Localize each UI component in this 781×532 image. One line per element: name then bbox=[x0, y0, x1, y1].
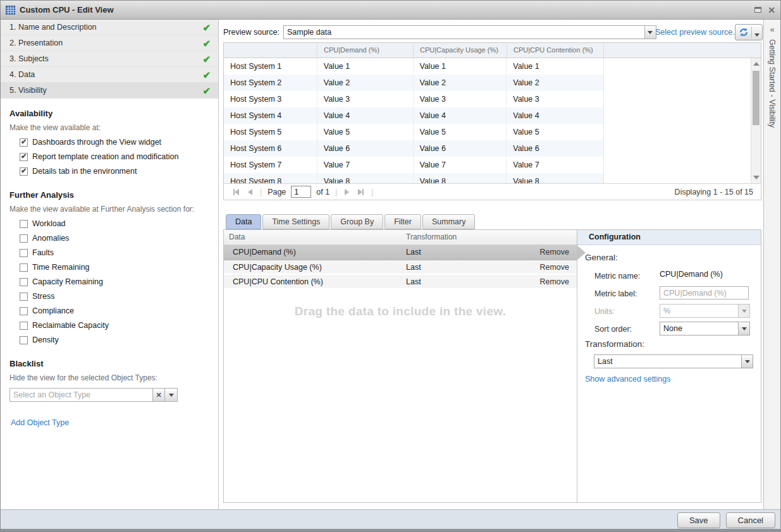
tab[interactable]: Filter bbox=[384, 214, 421, 229]
availability-option[interactable]: Details tab in the environment bbox=[20, 167, 209, 176]
data-column-header[interactable]: Data bbox=[229, 230, 245, 245]
cell-value: Value 7 bbox=[414, 157, 507, 173]
object-type-dropdown-button[interactable] bbox=[165, 388, 178, 402]
checkbox-label: Capacity Remaining bbox=[32, 277, 103, 286]
transformation-dropdown-button[interactable] bbox=[741, 355, 753, 368]
preview-source-combo bbox=[283, 25, 656, 39]
checkbox-label: Report template creation and modificatio… bbox=[32, 152, 178, 161]
cell-value: Value 6 bbox=[317, 140, 414, 157]
save-button[interactable]: Save bbox=[677, 512, 720, 528]
restore-icon[interactable] bbox=[754, 7, 761, 13]
table-row[interactable]: Host System 1 Value 1 Value 1 Value 1 bbox=[224, 58, 604, 75]
step-complete-check-icon: ✔ bbox=[202, 83, 211, 99]
wizard-step[interactable]: 3. Subjects ✔ bbox=[1, 51, 218, 67]
table-row[interactable]: Host System 8 Value 8 Value 8 Value 8 bbox=[224, 173, 604, 183]
data-row[interactable]: CPU|Demand (%) Last Remove bbox=[224, 245, 577, 260]
remove-link[interactable]: Remove bbox=[539, 275, 569, 289]
title-bar: Custom CPU - Edit View ✕ bbox=[1, 1, 780, 20]
checkbox[interactable] bbox=[20, 167, 28, 176]
close-icon[interactable]: ✕ bbox=[768, 6, 775, 15]
table-row[interactable]: Host System 5 Value 5 Value 5 Value 5 bbox=[224, 124, 604, 140]
remove-link[interactable]: Remove bbox=[539, 260, 569, 274]
refresh-split-button[interactable] bbox=[735, 24, 763, 40]
previous-page-button[interactable] bbox=[248, 189, 252, 195]
table-row[interactable]: Host System 7 Value 7 Value 7 Value 7 bbox=[224, 157, 604, 173]
further-analysis-option[interactable]: Capacity Remaining bbox=[20, 277, 209, 286]
availability-option[interactable]: Dashboards through the View widget bbox=[20, 138, 209, 147]
checkbox[interactable] bbox=[20, 263, 28, 272]
scrollbar-thumb[interactable] bbox=[753, 71, 759, 125]
sort-order-combo[interactable]: None bbox=[660, 322, 750, 336]
transformation-value: Last bbox=[594, 355, 741, 368]
further-analysis-option[interactable]: Stress bbox=[20, 292, 209, 301]
wizard-step[interactable]: 5. Visibility ✔ bbox=[1, 83, 218, 99]
refresh-dropdown-arrow[interactable] bbox=[752, 28, 762, 37]
getting-started-label[interactable]: Getting Started - Visibility bbox=[768, 39, 777, 128]
checkbox[interactable] bbox=[20, 234, 28, 243]
transformation-column-header[interactable]: Transformation bbox=[406, 230, 457, 245]
select-preview-source-link[interactable]: Select preview source... bbox=[655, 28, 739, 37]
metric-label-label: Metric label: bbox=[594, 289, 637, 298]
column-header-cpu-capacity-usage[interactable]: CPU|Capacity Usage (%) bbox=[414, 43, 507, 57]
checkbox[interactable] bbox=[20, 138, 28, 147]
clear-object-type-button[interactable]: ✕ bbox=[152, 388, 165, 402]
further-analysis-option[interactable]: Faults bbox=[20, 248, 209, 257]
wizard-step[interactable]: 1. Name and Description ✔ bbox=[1, 20, 218, 35]
metric-label-input[interactable] bbox=[660, 286, 749, 299]
object-type-input[interactable] bbox=[9, 388, 152, 402]
column-header-cpu-contention[interactable]: CPU|CPU Contention (%) bbox=[507, 43, 604, 57]
preview-source-input[interactable] bbox=[283, 25, 644, 39]
show-advanced-settings-link[interactable]: Show advanced settings bbox=[585, 375, 671, 384]
wizard-step[interactable]: 4. Data ✔ bbox=[1, 67, 218, 83]
table-row[interactable]: Host System 6 Value 6 Value 6 Value 6 bbox=[224, 140, 604, 157]
further-analysis-option[interactable]: Workload bbox=[20, 219, 209, 228]
checkbox[interactable] bbox=[20, 153, 28, 161]
add-object-type-link[interactable]: Add Object Type bbox=[11, 418, 69, 427]
checkbox[interactable] bbox=[20, 322, 28, 330]
cell-value: Value 7 bbox=[507, 157, 603, 173]
further-analysis-option[interactable]: Anomalies bbox=[20, 234, 209, 243]
further-analysis-option[interactable]: Reclaimable Capacity bbox=[20, 321, 209, 330]
checkbox-label: Time Remaining bbox=[32, 263, 90, 272]
next-page-button[interactable] bbox=[345, 189, 349, 195]
data-row[interactable]: CPU|Capacity Usage (%) Last Remove bbox=[224, 260, 577, 275]
scroll-down-icon[interactable] bbox=[753, 176, 759, 179]
expand-panel-icon[interactable]: « bbox=[764, 25, 780, 34]
chevron-down-icon bbox=[648, 31, 653, 34]
checkbox[interactable] bbox=[20, 278, 28, 286]
last-page-button[interactable] bbox=[358, 189, 364, 195]
scroll-up-icon[interactable] bbox=[753, 62, 759, 66]
table-row[interactable]: Host System 4 Value 4 Value 4 Value 4 bbox=[224, 107, 604, 124]
availability-option[interactable]: Report template creation and modificatio… bbox=[20, 152, 209, 161]
vertical-scrollbar[interactable] bbox=[751, 58, 761, 183]
column-header-cpu-demand[interactable]: CPU|Demand (%) bbox=[317, 43, 414, 57]
first-page-button[interactable] bbox=[233, 189, 239, 195]
wizard-step[interactable]: 2. Presentation ✔ bbox=[1, 35, 218, 51]
tab[interactable]: Time Settings bbox=[262, 214, 329, 229]
sort-order-dropdown-button[interactable] bbox=[738, 322, 749, 335]
preview-table: CPU|Demand (%) CPU|Capacity Usage (%) CP… bbox=[223, 42, 761, 200]
remove-link[interactable]: Remove bbox=[539, 245, 569, 259]
checkbox[interactable] bbox=[20, 220, 28, 228]
tab[interactable]: Group By bbox=[331, 214, 383, 229]
data-row[interactable]: CPU|CPU Contention (%) Last Remove bbox=[224, 275, 577, 289]
further-analysis-option[interactable]: Time Remaining bbox=[20, 263, 209, 272]
cell-host-name: Host System 5 bbox=[224, 124, 317, 140]
table-row[interactable]: Host System 2 Value 2 Value 2 Value 2 bbox=[224, 75, 604, 91]
cancel-button[interactable]: Cancel bbox=[726, 512, 775, 528]
transformation-combo[interactable]: Last bbox=[594, 354, 753, 368]
main-content: Preview source: Select preview source... bbox=[219, 20, 764, 509]
table-row[interactable]: Host System 3 Value 3 Value 3 Value 3 bbox=[224, 91, 604, 107]
page-label: Page bbox=[268, 188, 286, 196]
checkbox[interactable] bbox=[20, 336, 28, 344]
further-analysis-option[interactable]: Density bbox=[20, 336, 209, 344]
tab[interactable]: Summary bbox=[422, 214, 475, 229]
tab[interactable]: Data bbox=[226, 214, 261, 229]
further-analysis-option[interactable]: Compliance bbox=[20, 306, 209, 315]
cell-host-name: Host System 8 bbox=[224, 173, 317, 183]
checkbox[interactable] bbox=[20, 307, 28, 315]
page-input[interactable] bbox=[291, 186, 311, 198]
checkbox[interactable] bbox=[20, 249, 28, 257]
checkbox[interactable] bbox=[20, 293, 28, 301]
column-header-name[interactable] bbox=[224, 43, 317, 57]
